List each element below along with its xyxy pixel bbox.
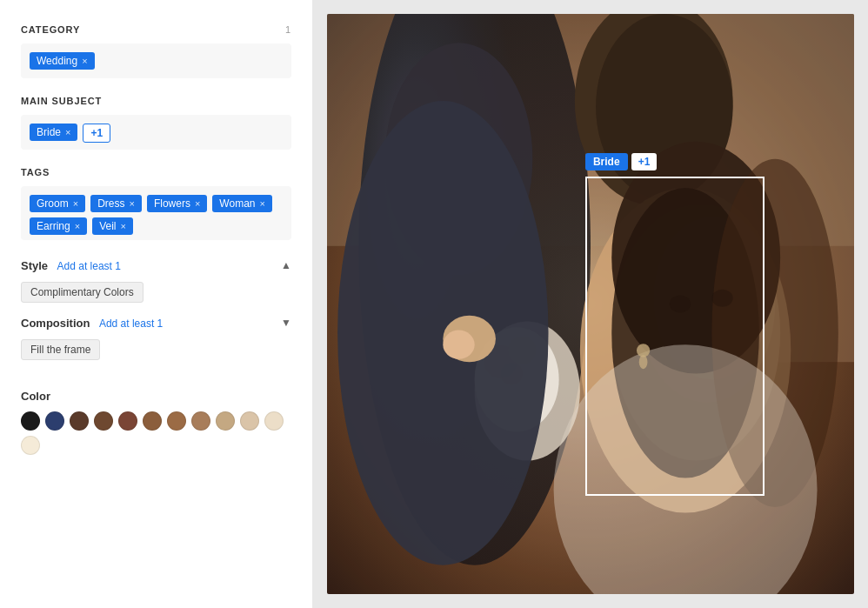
style-tag-complimentary[interactable]: Complimentary Colors [21, 282, 144, 303]
tag-dress[interactable]: Dress × [90, 195, 142, 212]
color-swatches-container [21, 411, 291, 455]
category-count: 1 [285, 24, 291, 35]
main-subject-section-title: MAIN SUBJECT [21, 96, 291, 106]
composition-add-label: Add at least 1 [99, 317, 163, 330]
category-tag-area: Wedding × [21, 43, 291, 78]
color-swatch-light-brown[interactable] [167, 411, 186, 431]
image-label-group: Bride +1 [585, 153, 657, 170]
image-bride-plus[interactable]: +1 [631, 153, 658, 170]
color-swatch-warm-brown[interactable] [118, 411, 137, 431]
color-swatch-pale-beige[interactable] [240, 411, 259, 431]
composition-section-header[interactable]: Composition Add at least 1 ▼ [21, 315, 291, 331]
main-subject-tag-bride[interactable]: Bride × [30, 124, 77, 141]
color-swatch-cream[interactable] [264, 411, 284, 431]
color-swatch-black[interactable] [21, 411, 40, 431]
left-panel: CATEGORY 1 Wedding × MAIN SUBJECT Bride … [0, 0, 313, 608]
remove-earring-icon[interactable]: × [75, 221, 80, 231]
color-swatch-off-white[interactable] [21, 436, 40, 455]
remove-groom-icon[interactable]: × [73, 198, 78, 209]
category-section-title: CATEGORY 1 [21, 24, 291, 35]
composition-tag-fill[interactable]: Fill the frame [21, 339, 100, 360]
photo-container: Bride +1 [327, 14, 854, 594]
color-title: Color [21, 390, 291, 403]
remove-wedding-icon[interactable]: × [82, 56, 87, 66]
image-bride-label: Bride [585, 153, 628, 170]
main-subject-tag-area: Bride × +1 [21, 115, 291, 150]
color-swatch-medium-brown[interactable] [94, 411, 113, 431]
right-panel: Bride +1 [313, 0, 868, 608]
style-add-label: Add at least 1 [57, 260, 121, 272]
color-swatch-dark-brown[interactable] [70, 411, 89, 431]
tag-groom[interactable]: Groom × [30, 195, 85, 212]
color-swatch-dark-blue[interactable] [45, 411, 64, 431]
composition-title: Composition [21, 317, 90, 330]
remove-bride-icon[interactable]: × [65, 127, 70, 137]
style-title: Style [21, 259, 48, 272]
tag-flowers[interactable]: Flowers × [147, 195, 207, 212]
main-subject-plus-button[interactable]: +1 [83, 124, 110, 143]
remove-dress-icon[interactable]: × [129, 198, 134, 209]
category-title: CATEGORY [21, 24, 80, 35]
tags-title: TAGS [21, 167, 50, 177]
main-subject-title: MAIN SUBJECT [21, 96, 102, 106]
remove-veil-icon[interactable]: × [120, 221, 125, 231]
tags-section-title: TAGS [21, 167, 291, 177]
tag-woman[interactable]: Woman × [212, 195, 272, 212]
tag-earring[interactable]: Earring × [30, 217, 87, 235]
category-tag-wedding[interactable]: Wedding × [30, 52, 95, 70]
color-swatch-beige-brown[interactable] [191, 411, 210, 431]
color-section: Color [21, 390, 291, 455]
remove-woman-icon[interactable]: × [260, 198, 265, 209]
svg-rect-27 [327, 14, 854, 594]
tags-tag-area: Groom × Dress × Flowers × Woman × Earrin… [21, 186, 291, 240]
composition-expand-icon: ▼ [281, 317, 291, 329]
style-section-header[interactable]: Style Add at least 1 ▲ [21, 257, 291, 273]
tag-veil[interactable]: Veil × [92, 217, 133, 235]
color-swatch-light-beige[interactable] [216, 411, 235, 431]
remove-flowers-icon[interactable]: × [195, 198, 200, 209]
color-swatch-tan-brown[interactable] [143, 411, 162, 431]
style-collapse-icon: ▲ [281, 259, 291, 271]
